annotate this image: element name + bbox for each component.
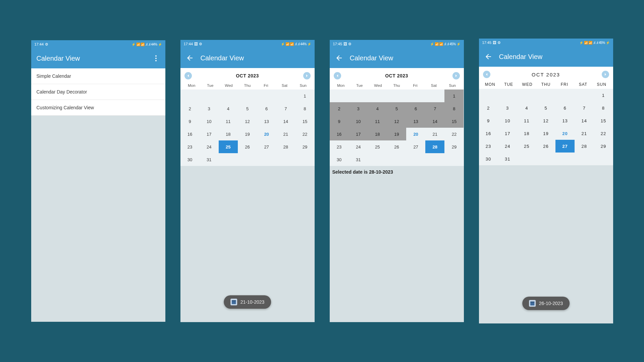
day-cell[interactable]: 28	[425, 140, 444, 153]
day-cell[interactable]: 3	[200, 102, 219, 115]
day-cell[interactable]: 1	[594, 89, 613, 102]
day-cell[interactable]: 10	[498, 114, 517, 127]
day-cell[interactable]: 14	[425, 115, 444, 128]
day-cell[interactable]: 20	[406, 128, 425, 140]
back-arrow-icon[interactable]	[186, 54, 194, 62]
prev-month-button[interactable]	[483, 71, 490, 78]
prev-month-button[interactable]	[184, 72, 192, 79]
day-cell[interactable]: 14	[575, 114, 594, 127]
day-cell[interactable]: 9	[330, 115, 349, 128]
day-cell[interactable]: 24	[200, 140, 219, 153]
day-cell[interactable]: 5	[238, 102, 257, 115]
day-cell[interactable]: 3	[349, 102, 368, 115]
list-item-day-decorator[interactable]: Calendar Day Decorator	[31, 84, 165, 100]
day-cell[interactable]: 30	[330, 153, 349, 166]
day-cell[interactable]: 6	[406, 102, 425, 115]
day-cell[interactable]: 2	[479, 102, 498, 114]
day-cell[interactable]: 28	[575, 140, 594, 153]
day-cell[interactable]: 8	[594, 102, 613, 114]
next-month-button[interactable]	[303, 72, 311, 79]
day-cell[interactable]: 18	[368, 128, 387, 140]
day-cell[interactable]: 2	[330, 102, 349, 115]
day-cell[interactable]: 21	[276, 128, 295, 140]
day-cell[interactable]: 4	[219, 102, 238, 115]
day-cell[interactable]: 31	[349, 153, 368, 166]
back-arrow-icon[interactable]	[335, 54, 343, 62]
day-cell[interactable]: 31	[200, 153, 219, 166]
day-cell[interactable]: 23	[479, 140, 498, 153]
day-cell[interactable]: 19	[387, 128, 406, 140]
day-cell[interactable]: 5	[536, 102, 555, 114]
back-arrow-icon[interactable]	[484, 53, 492, 61]
day-cell[interactable]: 21	[575, 127, 594, 140]
day-cell[interactable]: 15	[295, 115, 314, 128]
day-cell[interactable]: 19	[536, 127, 555, 140]
day-cell[interactable]: 30	[479, 153, 498, 165]
day-cell[interactable]: 10	[200, 115, 219, 128]
day-cell[interactable]: 10	[349, 115, 368, 128]
day-cell[interactable]: 20	[555, 127, 575, 140]
day-cell[interactable]: 11	[368, 115, 387, 128]
day-cell[interactable]: 25	[219, 140, 238, 153]
day-cell[interactable]: 11	[517, 114, 536, 127]
day-cell[interactable]: 24	[498, 140, 517, 153]
day-cell[interactable]: 23	[180, 140, 200, 153]
day-cell[interactable]: 25	[517, 140, 536, 153]
day-cell[interactable]: 27	[406, 140, 425, 153]
day-cell[interactable]: 6	[257, 102, 276, 115]
day-cell[interactable]: 31	[498, 153, 517, 165]
day-cell[interactable]: 16	[330, 128, 349, 140]
day-cell[interactable]: 1	[444, 89, 464, 102]
day-cell[interactable]: 15	[594, 114, 613, 127]
day-cell[interactable]: 1	[295, 89, 314, 102]
day-cell[interactable]: 3	[498, 102, 517, 114]
day-cell[interactable]: 25	[368, 140, 387, 153]
day-cell[interactable]: 7	[425, 102, 444, 115]
next-month-button[interactable]	[602, 71, 609, 78]
list-item-simple-calendar[interactable]: Simple Calendar	[31, 68, 165, 84]
day-cell[interactable]: 7	[276, 102, 295, 115]
next-month-button[interactable]	[452, 72, 460, 79]
day-cell[interactable]: 29	[444, 140, 464, 153]
day-cell[interactable]: 27	[555, 140, 575, 153]
day-cell[interactable]: 17	[498, 127, 517, 140]
day-cell[interactable]: 14	[276, 115, 295, 128]
day-cell[interactable]: 4	[517, 102, 536, 114]
day-cell[interactable]: 12	[387, 115, 406, 128]
day-cell[interactable]: 8	[444, 102, 464, 115]
day-cell[interactable]: 26	[536, 140, 555, 153]
day-cell[interactable]: 13	[555, 114, 575, 127]
day-cell[interactable]: 17	[200, 128, 219, 140]
list-item-customizing[interactable]: Customizing Calendar View	[31, 100, 165, 116]
day-cell[interactable]: 26	[387, 140, 406, 153]
day-cell[interactable]: 29	[295, 140, 314, 153]
day-cell[interactable]: 6	[555, 102, 575, 114]
day-cell[interactable]: 12	[238, 115, 257, 128]
day-cell[interactable]: 20	[257, 128, 276, 140]
day-cell[interactable]: 8	[295, 102, 314, 115]
overflow-menu-icon[interactable]	[152, 54, 160, 62]
day-cell[interactable]: 16	[180, 128, 200, 140]
day-cell[interactable]: 18	[219, 128, 238, 140]
day-cell[interactable]: 16	[479, 127, 498, 140]
day-cell[interactable]: 18	[517, 127, 536, 140]
day-cell[interactable]: 22	[295, 128, 314, 140]
day-cell[interactable]: 24	[349, 140, 368, 153]
prev-month-button[interactable]	[334, 72, 341, 79]
day-cell[interactable]: 4	[368, 102, 387, 115]
day-cell[interactable]: 9	[479, 114, 498, 127]
day-cell[interactable]: 5	[387, 102, 406, 115]
day-cell[interactable]: 7	[575, 102, 594, 114]
day-cell[interactable]: 12	[536, 114, 555, 127]
day-cell[interactable]: 30	[180, 153, 200, 166]
day-cell[interactable]: 22	[444, 128, 464, 140]
day-cell[interactable]: 28	[276, 140, 295, 153]
day-cell[interactable]: 27	[257, 140, 276, 153]
day-cell[interactable]: 15	[444, 115, 464, 128]
day-cell[interactable]: 11	[219, 115, 238, 128]
day-cell[interactable]: 13	[257, 115, 276, 128]
day-cell[interactable]: 19	[238, 128, 257, 140]
date-fab[interactable]: 26-10-2023	[522, 297, 570, 310]
day-cell[interactable]: 17	[349, 128, 368, 140]
day-cell[interactable]: 9	[180, 115, 200, 128]
